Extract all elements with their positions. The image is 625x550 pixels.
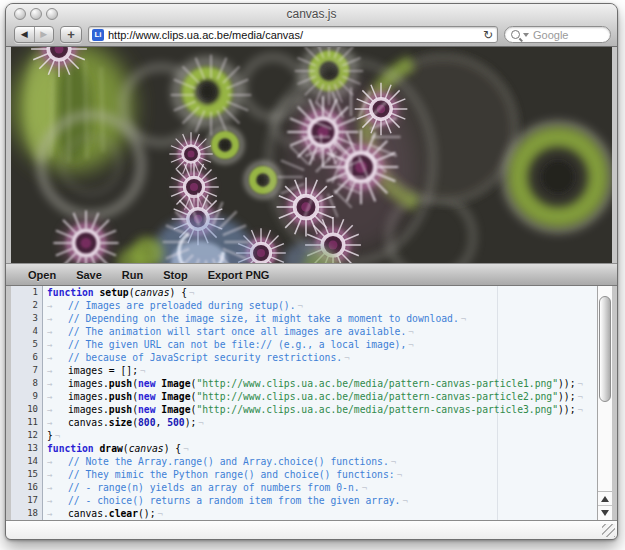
line-number: 10 xyxy=(11,403,43,416)
navigation-toolbar: ◀ ▶ + Li http://www.clips.ua.ac.be/media… xyxy=(6,25,617,46)
scrollbar-thumb[interactable] xyxy=(599,296,611,402)
code-line[interactable]: 6→// because of JavaScript security rest… xyxy=(11,351,597,364)
newline-mark: ¬ xyxy=(198,418,203,428)
code-line[interactable]: 17→// - choice() returns a random item f… xyxy=(11,494,597,507)
scroll-down-button[interactable] xyxy=(598,505,612,519)
menubar: OpenSaveRunStopExport PNG xyxy=(6,263,617,286)
code-line[interactable]: 8→images.push(new Image("http://www.clip… xyxy=(11,377,597,390)
search-placeholder: Google xyxy=(533,29,568,41)
code-text: →canvas.clear();¬ xyxy=(43,507,163,520)
code-line[interactable]: 15→// They mimic the Python range() and … xyxy=(11,468,597,481)
newline-mark: ¬ xyxy=(362,483,367,493)
scrollbar-arrows xyxy=(598,491,612,520)
code-text: →// because of JavaScript security restr… xyxy=(43,351,350,364)
line-number: 11 xyxy=(11,416,43,429)
code-text: →// Note the Array.range() and Array.cho… xyxy=(43,455,396,468)
line-number: 4 xyxy=(11,325,43,338)
tab-whitespace-mark: → xyxy=(47,508,68,520)
menu-item-run[interactable]: Run xyxy=(112,269,153,281)
code-text: →images.push(new Image("http://www.clips… xyxy=(43,403,583,416)
code-text: →// - range(n) yields an array of number… xyxy=(43,481,367,494)
newline-mark: ¬ xyxy=(391,457,396,467)
vertical-scrollbar[interactable] xyxy=(597,286,612,520)
code-line[interactable]: 5→// The given URL can not be file:// (e… xyxy=(11,338,597,351)
down-arrow-icon xyxy=(601,510,609,516)
search-options-caret-icon[interactable] xyxy=(523,33,529,37)
code-line[interactable]: 11→canvas.size(800, 500);¬ xyxy=(11,416,597,429)
forward-button[interactable]: ▶ xyxy=(35,27,54,42)
newline-mark: ¬ xyxy=(344,353,349,363)
newline-mark: ¬ xyxy=(140,366,145,376)
menu-item-save[interactable]: Save xyxy=(66,269,112,281)
code-text: →images.push(new Image("http://www.clips… xyxy=(43,390,583,403)
line-number: 9 xyxy=(11,390,43,403)
line-number: 18 xyxy=(11,507,43,520)
newline-mark: ¬ xyxy=(408,327,413,337)
code-text: function draw(canvas) {¬ xyxy=(43,442,189,455)
up-arrow-icon xyxy=(601,496,609,502)
code-line[interactable]: 13function draw(canvas) {¬ xyxy=(11,442,597,455)
newline-mark: ¬ xyxy=(55,431,60,441)
back-button[interactable]: ◀ xyxy=(15,27,35,42)
reload-icon[interactable]: ↻ xyxy=(479,28,497,42)
address-field[interactable]: Li http://www.clips.ua.ac.be/media/canva… xyxy=(88,26,498,43)
code-text: →canvas.size(800, 500);¬ xyxy=(43,416,204,429)
code-line[interactable]: 4→// The animation will start once all i… xyxy=(11,325,597,338)
resize-grip[interactable] xyxy=(602,524,615,537)
url-text[interactable]: http://www.clips.ua.ac.be/media/canvas/ xyxy=(108,29,479,41)
line-number: 16 xyxy=(11,481,43,494)
scroll-up-button[interactable] xyxy=(598,492,612,505)
line-number: 15 xyxy=(11,468,43,481)
menu-item-open[interactable]: Open xyxy=(18,269,66,281)
newline-mark: ¬ xyxy=(577,392,582,402)
code-text: function setup(canvas) {¬ xyxy=(43,286,194,299)
code-text: →// The animation will start once all im… xyxy=(43,325,414,338)
code-line[interactable]: 2→// Images are preloaded during setup()… xyxy=(11,299,597,312)
site-favicon-icon: Li xyxy=(92,29,104,41)
newline-mark: ¬ xyxy=(397,470,402,480)
canvas-art-area xyxy=(11,47,612,263)
window-header: canvas.js ◀ ▶ + Li http://www.clips.ua.a… xyxy=(6,4,617,47)
line-number: 8 xyxy=(11,377,43,390)
code-line[interactable]: 14→// Note the Array.range() and Array.c… xyxy=(11,455,597,468)
code-line[interactable]: 16→// - range(n) yields an array of numb… xyxy=(11,481,597,494)
line-number: 5 xyxy=(11,338,43,351)
code-line[interactable]: 12}¬ xyxy=(11,429,597,442)
newline-mark: ¬ xyxy=(577,405,582,415)
code-line[interactable]: 7→images = [];¬ xyxy=(11,364,597,377)
newline-mark: ¬ xyxy=(402,496,407,506)
line-number: 17 xyxy=(11,494,43,507)
newline-mark: ¬ xyxy=(408,340,413,350)
newline-mark: ¬ xyxy=(297,301,302,311)
line-number: 2 xyxy=(11,299,43,312)
search-icon xyxy=(511,30,520,39)
code-editor[interactable]: 1function setup(canvas) {¬2→// Images ar… xyxy=(11,286,612,520)
line-number: 3 xyxy=(11,312,43,325)
code-line[interactable]: 10→images.push(new Image("http://www.cli… xyxy=(11,403,597,416)
menu-item-stop[interactable]: Stop xyxy=(153,269,197,281)
search-field[interactable]: Google xyxy=(504,26,611,43)
code-text: →// They mimic the Python range() and ch… xyxy=(43,468,402,481)
new-tab-button[interactable]: + xyxy=(60,26,82,43)
code-line[interactable]: 1function setup(canvas) {¬ xyxy=(11,286,597,299)
browser-window: canvas.js ◀ ▶ + Li http://www.clips.ua.a… xyxy=(5,3,618,540)
status-strip xyxy=(6,520,617,539)
line-number: 12 xyxy=(11,429,43,442)
code-text: →// The given URL can not be file:// (e.… xyxy=(43,338,414,351)
line-number: 13 xyxy=(11,442,43,455)
line-number: 6 xyxy=(11,351,43,364)
line-number: 7 xyxy=(11,364,43,377)
generative-art-canvas xyxy=(11,47,612,263)
code-line[interactable]: 18→canvas.clear();¬ xyxy=(11,507,597,520)
history-buttons: ◀ ▶ xyxy=(14,26,54,43)
code-lines[interactable]: 1function setup(canvas) {¬2→// Images ar… xyxy=(11,286,597,520)
title-bar[interactable]: canvas.js xyxy=(6,4,617,24)
line-number: 14 xyxy=(11,455,43,468)
code-text: →// Depending on the image size, it migh… xyxy=(43,312,466,325)
menu-item-export-png[interactable]: Export PNG xyxy=(198,269,280,281)
code-line[interactable]: 3→// Depending on the image size, it mig… xyxy=(11,312,597,325)
window-title: canvas.js xyxy=(6,7,617,21)
newline-mark: ¬ xyxy=(189,288,194,298)
code-line[interactable]: 9→images.push(new Image("http://www.clip… xyxy=(11,390,597,403)
line-number: 1 xyxy=(11,286,43,299)
